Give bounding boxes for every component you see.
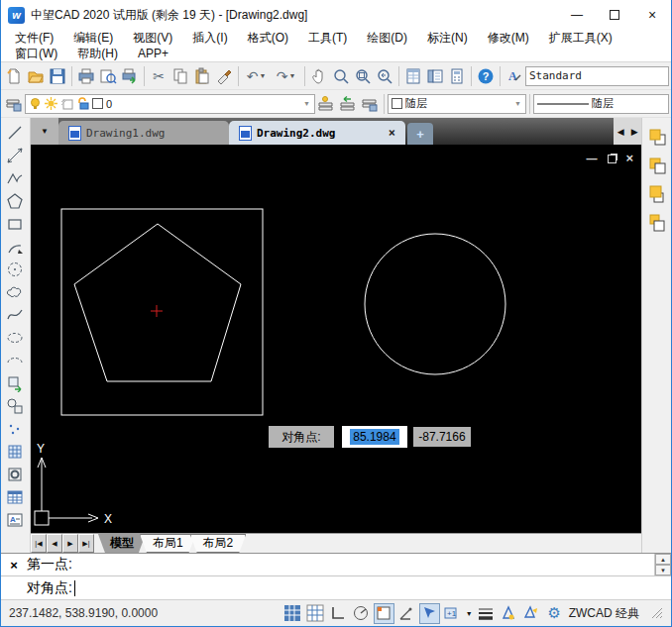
layer-combo-arrow-icon[interactable]: ▼: [302, 100, 311, 107]
tab-model[interactable]: 模型: [98, 534, 146, 553]
point-tool-button[interactable]: [3, 417, 27, 440]
text-style-button[interactable]: A: [504, 65, 525, 87]
menu-edit[interactable]: 编辑(E): [63, 30, 123, 46]
command-close-icon[interactable]: ×: [1, 558, 27, 573]
layout-nav-next-button[interactable]: ▶: [62, 534, 78, 553]
spline-tool-button[interactable]: [3, 303, 27, 326]
table-tool-button[interactable]: [3, 485, 27, 508]
properties-palette-button[interactable]: [402, 65, 424, 87]
layout-nav-prev-button[interactable]: ◀: [47, 534, 62, 553]
help-button[interactable]: ?: [475, 65, 497, 87]
revcloud-tool-button[interactable]: [3, 280, 27, 303]
menu-format[interactable]: 格式(O): [238, 30, 298, 46]
send-under-button[interactable]: [646, 212, 668, 234]
plot-button[interactable]: [119, 65, 141, 87]
cut-button[interactable]: ✂: [148, 65, 169, 87]
drawing-canvas[interactable]: — × 对角点: 85.1984 -87.7166 Y X: [31, 145, 641, 533]
menu-app-plus[interactable]: APP+: [128, 46, 178, 61]
menu-insert[interactable]: 插入(I): [182, 30, 237, 46]
workspace-gear-icon[interactable]: ⚙: [544, 603, 565, 624]
layer-combo[interactable]: 0 ▼: [25, 94, 315, 114]
layer-unlock-icon[interactable]: [76, 97, 89, 110]
grid-toggle-button[interactable]: [305, 603, 326, 624]
pentagon[interactable]: [74, 224, 241, 381]
menu-window[interactable]: 窗口(W): [5, 46, 67, 61]
print-preview-button[interactable]: [97, 65, 119, 87]
circle-tool-button[interactable]: [3, 258, 27, 280]
dyn-toggle-button[interactable]: [419, 603, 440, 624]
maximize-button[interactable]: [596, 0, 633, 30]
redo-dropdown-icon[interactable]: ▼: [287, 72, 296, 79]
layout-nav-first-button[interactable]: |◀: [31, 534, 47, 553]
quickcalc-button[interactable]: [446, 65, 468, 87]
donut-tool-button[interactable]: [3, 463, 27, 485]
color-combo-arrow-icon[interactable]: ▼: [513, 100, 522, 107]
text-style-combo[interactable]: Standard: [525, 66, 669, 86]
menu-draw[interactable]: 绘图(D): [357, 30, 417, 46]
tab-drawing1[interactable]: Drawing1.dwg: [58, 121, 229, 145]
menu-file[interactable]: 文件(F): [5, 30, 63, 46]
menu-express-tools[interactable]: 扩展工具(X): [539, 30, 622, 46]
ellipse-arc-tool-button[interactable]: [3, 349, 27, 371]
send-to-back-button[interactable]: [646, 155, 668, 176]
tool-palettes-button[interactable]: [424, 65, 446, 87]
doc-restore-icon[interactable]: [608, 155, 616, 163]
linetype-combo[interactable]: 随层: [533, 94, 669, 114]
save-button[interactable]: [47, 65, 68, 87]
lineweight-toggle-button[interactable]: [476, 603, 497, 624]
scroll-down-icon[interactable]: ▼: [655, 565, 671, 575]
tab-scroll-right-icon[interactable]: ▶: [627, 127, 641, 137]
new-tab-button[interactable]: +: [407, 123, 433, 145]
circle-entity[interactable]: [365, 234, 505, 374]
center-point-marker[interactable]: [151, 305, 163, 317]
scroll-up-icon[interactable]: ▲: [655, 554, 671, 565]
close-button[interactable]: ×: [633, 0, 671, 30]
undo-dropdown-icon[interactable]: ▼: [258, 72, 267, 79]
undo-button[interactable]: ↶▼: [242, 65, 272, 87]
menu-help[interactable]: 帮助(H): [67, 46, 128, 61]
mtext-tool-button[interactable]: A: [3, 508, 27, 531]
polar-toggle-button[interactable]: [351, 603, 372, 624]
layer-states-button[interactable]: [359, 93, 381, 115]
layout-nav-last-button[interactable]: ▶|: [78, 534, 94, 553]
otrack-toggle-button[interactable]: [396, 603, 417, 624]
minimize-button[interactable]: —: [558, 0, 596, 30]
xline-tool-button[interactable]: [3, 144, 27, 166]
doc-close-icon[interactable]: ×: [626, 153, 634, 164]
layer-previous-button[interactable]: [337, 93, 359, 115]
line-tool-button[interactable]: [3, 121, 27, 144]
bring-above-button[interactable]: [646, 183, 668, 205]
tooltip-y-field[interactable]: -87.7166: [412, 426, 472, 448]
ellipse-tool-button[interactable]: [3, 326, 27, 349]
layer-vp-freeze-icon[interactable]: [60, 97, 73, 110]
annotation-scale-button[interactable]: +1: [442, 603, 463, 624]
menu-modify[interactable]: 修改(M): [478, 30, 539, 46]
menu-view[interactable]: 视图(V): [123, 30, 182, 46]
polyline-tool-button[interactable]: [3, 166, 27, 189]
menu-dimension[interactable]: 标注(N): [417, 30, 478, 46]
redo-button[interactable]: ↷▼: [272, 65, 301, 87]
zoom-realtime-button[interactable]: [330, 65, 352, 87]
osnap-toggle-button[interactable]: [374, 603, 394, 624]
tab-scroll-left-icon[interactable]: ◀: [614, 127, 627, 137]
open-file-button[interactable]: [25, 65, 47, 87]
tab-layout1[interactable]: 布局1: [140, 534, 196, 553]
polygon-tool-button[interactable]: [3, 189, 27, 212]
tab-overflow-button[interactable]: ▼: [31, 118, 58, 145]
arc-tool-button[interactable]: [3, 235, 27, 258]
insert-block-button[interactable]: [3, 371, 27, 394]
menu-tools[interactable]: 工具(T): [298, 30, 357, 46]
make-layer-current-button[interactable]: [315, 93, 337, 115]
tab-layout2[interactable]: 布局2: [190, 534, 247, 553]
tooltip-x-field[interactable]: 85.1984: [342, 426, 407, 448]
color-combo[interactable]: 随层 ▼: [388, 94, 526, 114]
print-button[interactable]: [75, 65, 97, 87]
match-properties-button[interactable]: [213, 65, 235, 87]
doc-minimize-icon[interactable]: —: [587, 153, 598, 164]
snap-toggle-button[interactable]: [282, 603, 303, 624]
layer-on-icon[interactable]: [29, 97, 42, 110]
zoom-window-button[interactable]: [352, 65, 374, 87]
annotation-visibility-button[interactable]: [499, 603, 519, 624]
hatch-tool-button[interactable]: [3, 440, 27, 463]
bring-to-front-button[interactable]: [646, 126, 668, 148]
